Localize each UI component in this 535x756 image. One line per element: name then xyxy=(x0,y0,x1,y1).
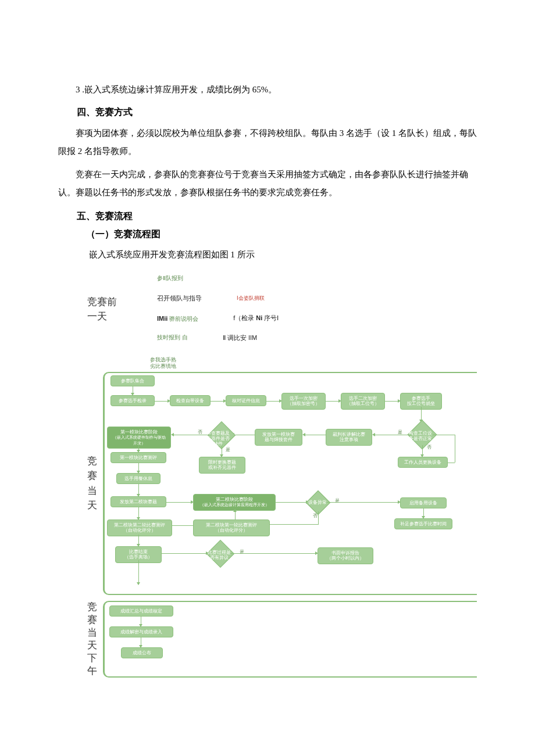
phase-label-day: 竞赛当天 xyxy=(87,372,103,595)
lbl-no-3: 否 xyxy=(313,513,318,519)
node-backup-device: 启用备用设备 xyxy=(400,497,447,509)
auto2b: （自动化评分） xyxy=(123,528,156,533)
subheading-5-1: （一）竞赛流程图 xyxy=(58,228,477,241)
lbl-no-1: 否 xyxy=(427,444,431,450)
lbl-yes-2: 是 xyxy=(226,446,230,453)
d_dispute: 比赛过程是否有异议 xyxy=(206,550,232,561)
node-score-publish: 成绩公布 xyxy=(121,647,163,659)
num-3: 3 xyxy=(76,85,80,94)
issue1b: 题与焊接套件 xyxy=(265,437,293,442)
figure-caption: 嵌入式系统应用开发竞赛流程图如图 1 所示 xyxy=(58,246,477,263)
phase-label-afternoon: 竞 赛当 天下 午 xyxy=(87,601,103,678)
mod2a: 第二模块比赛阶段 xyxy=(216,497,253,502)
enc1a: 选手一次加密 xyxy=(290,396,318,401)
mod1a: 第一模块比赛阶段 xyxy=(120,429,158,435)
node-rest: 选手用餐休息 xyxy=(116,473,160,485)
enc2b: （抽取工位号） xyxy=(347,401,379,406)
capB: 所示 xyxy=(235,250,255,259)
node-checkin: 参赛选手检录 xyxy=(110,395,155,407)
enda: 比赛结束 xyxy=(129,549,148,554)
para-1: 赛项为团体赛，必须以院校为单位组队参赛，不得跨校组队。每队由 3 名选手（设 1… xyxy=(58,124,477,161)
node-checkdev: 检查自带设备 xyxy=(170,395,211,407)
pre-r1b: Ⅰ会姿队捎联 xyxy=(237,295,265,301)
lbl-yes-3: 是 xyxy=(335,497,340,504)
mod1b: （嵌入式系统硬件制作与驱动开发） xyxy=(113,435,166,445)
list-item-3: 3 .嵌入式系统边缘计算应用开发，成绩比例为 65%。 xyxy=(58,81,477,98)
node-issue-mod2: 发放第二模块赛题 xyxy=(110,496,166,508)
capN: 1 xyxy=(230,250,235,259)
node-appeal: 书面申诉报告（两个小时以内） xyxy=(318,547,373,564)
item3-tail: 。 xyxy=(268,85,277,94)
judgea: 裁判长讲解比赛 xyxy=(333,432,365,437)
pct-65: 65% xyxy=(252,85,269,94)
p1a: 赛项为团体赛，必须以院校为单位组队参赛，不得跨校组队。每队由 xyxy=(76,128,340,138)
auto1a: 第二模块第一轮比赛测评 xyxy=(206,522,257,528)
node-score-decrypt: 成绩解密与成绩录入 xyxy=(109,626,173,638)
node-judge: 裁判长讲解比赛注意事项 xyxy=(326,429,372,446)
pre-r2d: Ni xyxy=(256,314,262,321)
node-enc1: 选手一次加密（抽取加密号） xyxy=(281,393,326,410)
d_titleok: 检查赛题及元器件是否缺件 xyxy=(205,431,231,446)
diamond-dispute: 比赛过程是否有异议 xyxy=(206,540,234,568)
pre-r1a: 召开领队与指导 xyxy=(157,294,202,303)
para-2: 竞赛在一天内完成，参赛队的竞赛赛位号于竞赛当天采用抽签方式确定，由各参赛队队长进… xyxy=(58,166,477,202)
pre-r3a: 技时报到 自 xyxy=(157,334,188,342)
pre-r4a: 参我选手熟 xyxy=(150,357,477,363)
pre-r2c: f（检录 xyxy=(233,314,256,321)
pre-r2b: 骅前说明会 xyxy=(167,316,198,322)
heading-4: 四、竞赛方式 xyxy=(58,106,477,119)
endb: （选手离场） xyxy=(124,554,152,560)
node-replace-title: 限时更换赛题或补齐元器件 xyxy=(199,457,245,474)
node-comp-time: 补足参赛选手比赛时间 xyxy=(394,518,452,530)
flowchart: 竞赛前一天 参Ⅱ队报到 召开领队与指导 Ⅰ会姿队捎联 IMii 骅前说明会 f（… xyxy=(58,267,477,678)
p1d: 名指导教师。 xyxy=(82,146,137,156)
flowchart-canvas-day: 参赛队集合 参赛选手检录 检查自带设备 核对证件信息 选手一次加密（抽取加密号）… xyxy=(105,373,477,594)
mod2b: （嵌入式系统边缘计算应用程序开发） xyxy=(200,503,269,507)
seatb: 按工位号就坐 xyxy=(407,401,435,406)
node-enc2: 选手二次加密（抽取工位号） xyxy=(341,393,385,410)
node-auto-eval-2: 第二模块第二轮比赛测评（自动化评分） xyxy=(107,519,172,536)
issue1a: 发放第一模块赛 xyxy=(262,432,295,437)
node-mod1-stage: 第一模块比赛阶段（嵌入式系统硬件制作与驱动开发） xyxy=(107,427,171,449)
item3-text: .嵌入式系统边缘计算应用开发，成绩比例为 xyxy=(80,85,252,94)
appealb: （两个小时以内） xyxy=(327,556,364,561)
d_devfault: 设备异常 xyxy=(306,500,329,505)
heading-5: 五、竞赛流程 xyxy=(58,210,477,223)
judgeb: 注意事项 xyxy=(340,437,358,442)
node-mod1-eval: 第一模块比赛测评 xyxy=(110,452,166,464)
node-mod2-stage: 第二模块比赛阶段（嵌入式系统边缘计算应用程序开发） xyxy=(193,494,276,511)
seata: 参赛选手 xyxy=(412,396,430,401)
pre-r2a: IMii xyxy=(157,315,167,322)
d_wsok: 检查工位设备是否正常 xyxy=(407,431,435,441)
pre-r2e: 序号Ⅰ xyxy=(262,314,279,321)
auto2a: 第二模块第二轮比赛测评 xyxy=(114,522,165,528)
pre-r0: 参Ⅱ队报到 xyxy=(157,274,183,282)
node-issue-mod1: 发放第一模块赛题与焊接套件 xyxy=(255,429,302,446)
replaceb: 或补齐元器件 xyxy=(208,465,236,470)
node-verifyid: 核对证件信息 xyxy=(226,395,266,407)
auto1b: （自动化评分） xyxy=(215,528,248,533)
enc2a: 选手二次加密 xyxy=(349,396,377,401)
appeala: 书面申诉报告 xyxy=(331,550,359,556)
pre-r4b: 劣比赛填地 xyxy=(150,363,477,370)
node-staff-replace: 工作人员更换设备 xyxy=(398,457,448,468)
node-gather: 参赛队集合 xyxy=(110,375,155,387)
p1b: 名选手（设 xyxy=(344,128,392,138)
replacea: 限时更换赛题 xyxy=(208,460,236,465)
node-score-sum: 成绩汇总与成绩核定 xyxy=(109,605,173,617)
flowchart-canvas-afternoon: 成绩汇总与成绩核定 成绩解密与成绩录入 成绩公布 xyxy=(105,602,477,666)
node-auto-eval-1: 第二模块第一轮比赛测评（自动化评分） xyxy=(193,519,270,536)
enc1b: （抽取加密号） xyxy=(287,401,320,406)
lbl-yes-4: 是 xyxy=(240,549,244,555)
phase-label-pre-day: 竞赛前一天 xyxy=(87,267,128,351)
capA: 嵌入式系统应用开发竞赛流程图如图 xyxy=(89,250,231,259)
pre-r3b: Ⅱ 调比安 IIM xyxy=(223,334,257,342)
